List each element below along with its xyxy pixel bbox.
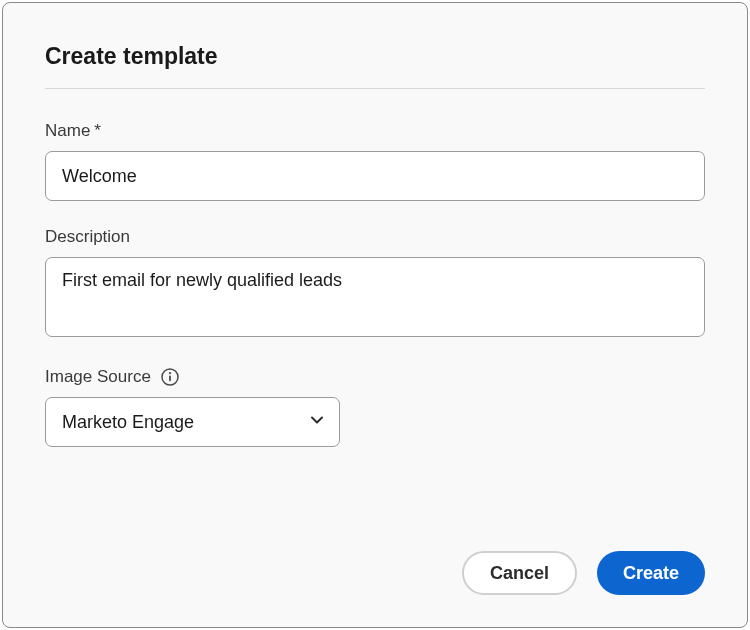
image-source-label: Image Source	[45, 367, 151, 387]
required-mark: *	[94, 121, 101, 141]
name-field: Name *	[45, 121, 705, 201]
svg-point-1	[169, 372, 171, 374]
image-source-select[interactable]: Marketo Engage	[45, 397, 340, 447]
create-template-dialog: Create template Name * Description First…	[2, 2, 748, 628]
divider	[45, 88, 705, 89]
create-button[interactable]: Create	[597, 551, 705, 595]
description-field: Description First email for newly qualif…	[45, 227, 705, 341]
dialog-buttons: Cancel Create	[462, 551, 705, 595]
name-label: Name	[45, 121, 90, 141]
image-source-select-wrap: Marketo Engage	[45, 397, 340, 447]
name-label-row: Name *	[45, 121, 705, 141]
cancel-button[interactable]: Cancel	[462, 551, 577, 595]
info-icon[interactable]	[161, 368, 179, 386]
description-label: Description	[45, 227, 705, 247]
description-input[interactable]: First email for newly qualified leads	[45, 257, 705, 337]
image-source-label-row: Image Source	[45, 367, 705, 387]
name-input[interactable]	[45, 151, 705, 201]
svg-rect-2	[169, 376, 171, 382]
dialog-title: Create template	[45, 43, 705, 70]
image-source-field: Image Source Marketo Engage	[45, 367, 705, 447]
